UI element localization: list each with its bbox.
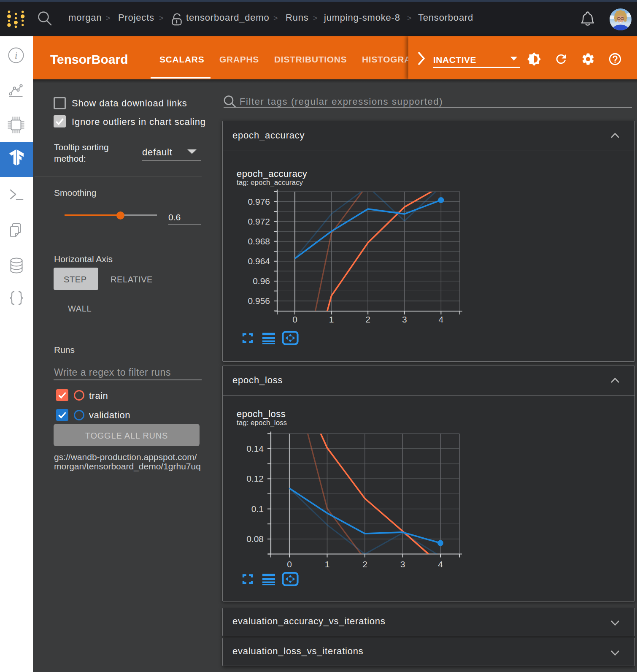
- svg-text:i: i: [15, 50, 18, 61]
- svg-text:epoch_loss: epoch_loss: [237, 409, 286, 419]
- svg-text:3: 3: [402, 314, 407, 324]
- svg-text:0.956: 0.956: [248, 296, 270, 306]
- svg-text:0.08: 0.08: [246, 534, 264, 544]
- svg-text:2: 2: [362, 559, 367, 569]
- svg-text:3: 3: [400, 559, 405, 569]
- svg-text:2: 2: [365, 314, 370, 324]
- svg-text:0.976: 0.976: [248, 197, 270, 206]
- svg-text:1: 1: [325, 559, 330, 569]
- svg-text:epoch_accuracy: epoch_accuracy: [237, 168, 307, 179]
- svg-text:0.96: 0.96: [253, 276, 270, 286]
- svg-text:1: 1: [329, 314, 334, 324]
- svg-text:0: 0: [287, 559, 292, 569]
- svg-text:0.968: 0.968: [248, 236, 270, 246]
- svg-text:tag: epoch_accuracy: tag: epoch_accuracy: [237, 179, 303, 187]
- svg-text:0.1: 0.1: [251, 504, 264, 514]
- svg-text:4: 4: [438, 559, 443, 569]
- svg-text:0.14: 0.14: [246, 444, 264, 453]
- svg-text:4: 4: [439, 314, 444, 324]
- svg-text:0.12: 0.12: [246, 474, 264, 483]
- svg-text:0: 0: [292, 314, 297, 324]
- svg-text:0.972: 0.972: [248, 217, 270, 226]
- svg-text:0.964: 0.964: [248, 256, 270, 266]
- svg-text:tag: epoch_loss: tag: epoch_loss: [237, 419, 287, 427]
